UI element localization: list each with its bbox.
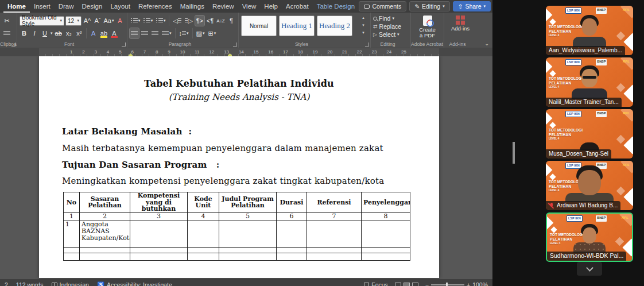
copy-button[interactable] (2, 28, 11, 38)
comments-button[interactable]: Comments (359, 1, 406, 11)
text-effects-button[interactable]: A (89, 28, 98, 38)
style-swatch[interactable]: Normal (241, 16, 277, 36)
decrease-indent-button[interactable]: ◁ (172, 16, 182, 26)
ribbon-tab[interactable]: Acrobat (282, 0, 313, 13)
tna-cell[interactable] (277, 221, 307, 247)
ribbon-tab[interactable]: Review (208, 0, 238, 13)
styles-gallery-scroll[interactable]: ▲▼▼ (361, 15, 366, 36)
select-button[interactable]: ▷Select▾ (373, 30, 408, 38)
tna-cell[interactable]: Anggota BAZNAS Kabupaten/Kota (80, 221, 130, 247)
tna-cell[interactable] (64, 253, 80, 260)
web-layout-button[interactable] (412, 283, 418, 286)
change-case-button[interactable]: Aa▾ (103, 16, 114, 26)
tna-cell[interactable] (130, 253, 188, 260)
clear-formatting-button[interactable]: A (115, 16, 125, 26)
tna-cell[interactable] (80, 247, 130, 253)
participant-video-tile[interactable]: LSP IKN BNSP RPL TOT METODOLOGI PELATIHA… (546, 161, 633, 210)
zoom-level[interactable]: 100% (472, 281, 488, 286)
font-size-combobox[interactable]: 12▾ (65, 16, 82, 26)
tna-cell[interactable] (219, 221, 277, 247)
font-name-combobox[interactable]: Bookman Old Style▾ (20, 16, 64, 26)
ribbon-tab[interactable]: View (238, 0, 261, 13)
ribbon-tab[interactable]: Design (78, 0, 107, 13)
cut-button[interactable]: ✂ (2, 16, 11, 26)
document-page[interactable]: Tabel Kebutuhan Pelatihan Individu (Trai… (39, 56, 439, 278)
sort-button[interactable]: A↓Z (216, 16, 226, 26)
superscript-button[interactable]: x² (75, 28, 84, 38)
ribbon-tab[interactable]: References (134, 0, 176, 13)
text-highlight-button[interactable]: ab (99, 28, 108, 38)
grow-font-button[interactable]: A^ (83, 16, 92, 26)
read-mode-button[interactable] (395, 283, 401, 286)
align-center-button[interactable] (140, 28, 149, 38)
tna-cell[interactable] (219, 247, 277, 253)
ribbon-tab[interactable]: Table Design (313, 0, 359, 13)
tna-cell[interactable] (307, 247, 362, 253)
justify-button[interactable]: ▾ (161, 28, 173, 38)
word-count[interactable]: 112 words (16, 281, 44, 286)
strikethrough-button[interactable]: ab (54, 28, 63, 38)
font-dialog-launcher[interactable] (122, 42, 126, 47)
ribbon-tab[interactable]: Insert (30, 0, 55, 13)
zoom-slider[interactable] (431, 284, 464, 285)
ribbon-tab[interactable]: Draw (55, 0, 78, 13)
addins-button[interactable]: Add-ins (447, 14, 474, 41)
editing-mode-button[interactable]: ✎Editing▾ (409, 1, 449, 11)
ribbon-tab[interactable]: Help (260, 0, 282, 13)
participant-video-tile[interactable]: LSP IKN BNSP RPL TOT METODOLOGI PELATIHA… (546, 109, 633, 159)
shading-button[interactable]: ▨▾ (195, 28, 206, 38)
tna-cell[interactable] (307, 221, 362, 247)
scrollbar-thumb[interactable] (513, 142, 515, 164)
replace-button[interactable]: ⇄Replace (373, 22, 408, 30)
share-button[interactable]: ⇧Share▾ (453, 1, 491, 11)
left-to-right-button[interactable]: ¶> (195, 16, 204, 26)
tna-cell[interactable] (130, 247, 188, 253)
clipboard-dialog-launcher[interactable] (11, 42, 15, 47)
shrink-font-button[interactable]: Aˇ (93, 16, 102, 26)
tna-cell[interactable] (277, 247, 307, 253)
line-spacing-button[interactable]: ↕▾ (178, 28, 190, 38)
tna-cell[interactable] (219, 253, 277, 260)
tna-cell[interactable] (80, 253, 130, 260)
tna-cell[interactable] (188, 221, 219, 247)
show-more-participants-button[interactable] (577, 262, 602, 276)
borders-button[interactable]: ⊞▾ (207, 28, 217, 38)
tna-cell[interactable] (188, 253, 219, 260)
tna-cell[interactable] (362, 253, 410, 260)
zoom-in-button[interactable]: + (467, 281, 470, 286)
font-color-button[interactable]: A (110, 28, 119, 38)
multilevel-list-button[interactable]: ▾ (155, 16, 166, 26)
tna-cell[interactable] (362, 221, 410, 247)
subscript-button[interactable]: x₂ (64, 28, 73, 38)
collapse-ribbon-chevron[interactable]: ⌄ (484, 41, 489, 47)
bold-button[interactable]: B (20, 28, 29, 38)
focus-mode-button[interactable]: Focus (364, 281, 388, 286)
tna-cell[interactable] (307, 253, 362, 260)
tna-table[interactable]: NoSasaran PelatihanKompetensi yang di bu… (63, 192, 410, 261)
show-marks-button[interactable]: ¶ (227, 16, 236, 26)
tna-cell[interactable] (362, 247, 410, 253)
zoom-slider-thumb[interactable] (446, 283, 448, 286)
participant-video-tile[interactable]: LSP IKN BNSP RPL TOT METODOLOGI PELATIHA… (546, 57, 633, 107)
create-pdf-button[interactable]: Createa PDF (413, 14, 441, 41)
print-layout-button[interactable] (404, 283, 410, 286)
zoom-out-button[interactable]: − (425, 281, 429, 286)
participant-video-tile[interactable]: LSP IKN BNSP RPL TOT METODOLOGI PELATIHA… (546, 212, 633, 262)
tna-cell[interactable] (130, 221, 188, 247)
horizontal-ruler[interactable]: 1234567891011121314151617181920212223242… (0, 48, 492, 56)
tna-cell[interactable] (64, 247, 80, 253)
page-indicator[interactable]: 2 (5, 281, 8, 286)
align-right-button[interactable] (150, 28, 160, 38)
accessibility-status[interactable]: ♿Accessibility: Investigate (97, 281, 172, 286)
style-swatch[interactable]: Heading 1 (279, 16, 315, 36)
ribbon-tab[interactable]: Home (3, 0, 30, 13)
style-swatch[interactable]: Heading 2 (317, 16, 352, 36)
italic-button[interactable]: I (30, 28, 39, 38)
underline-button[interactable]: U (40, 28, 49, 38)
tna-cell[interactable]: 1 (64, 221, 80, 247)
align-left-button[interactable] (130, 28, 139, 38)
participant-video-tile[interactable]: LSP IKN BNSP RPL TOT METODOLOGI PELATIHA… (546, 6, 633, 55)
right-to-left-button[interactable]: <¶ (205, 16, 215, 26)
paragraph-dialog-launcher[interactable] (233, 42, 237, 47)
styles-dialog-launcher[interactable] (365, 42, 369, 47)
